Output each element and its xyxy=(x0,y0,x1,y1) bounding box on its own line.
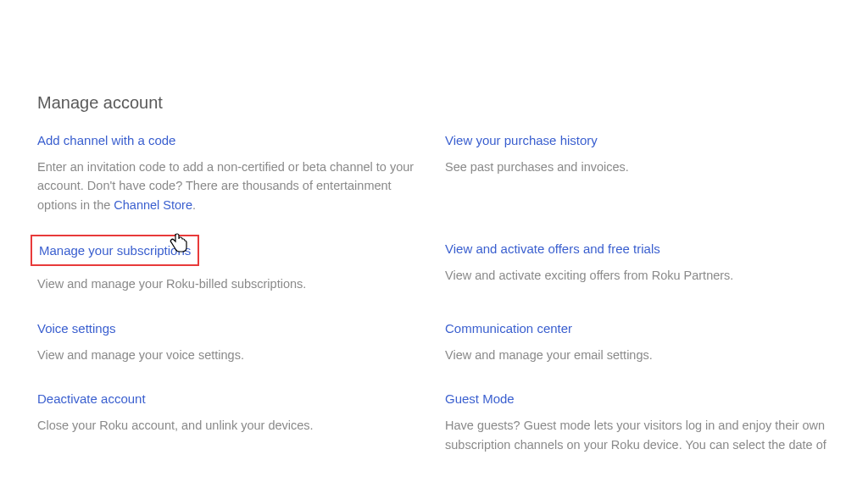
link-communication-center[interactable]: Communication center xyxy=(445,321,572,336)
desc-text-post: . xyxy=(192,198,196,212)
desc-voice-settings: View and manage your voice settings. xyxy=(37,346,423,364)
desc-communication-center: View and manage your email settings. xyxy=(445,346,831,364)
desc-offers: View and activate exciting offers from R… xyxy=(445,266,831,285)
link-channel-store[interactable]: Channel Store xyxy=(114,198,192,212)
manage-account-panel: Manage account Add channel with a code E… xyxy=(0,0,868,454)
desc-guest-mode: Have guests? Guest mode lets your visito… xyxy=(445,416,831,454)
link-manage-subscriptions[interactable]: Manage your subscriptions xyxy=(39,243,191,258)
option-add-channel: Add channel with a code Enter an invitat… xyxy=(37,131,423,214)
option-manage-subscriptions: Manage your subscriptions View and manag… xyxy=(37,240,423,293)
desc-purchase-history: See past purchases and invoices. xyxy=(445,158,831,176)
option-purchase-history: View your purchase history See past purc… xyxy=(445,131,831,214)
options-grid: Add channel with a code Enter an invitat… xyxy=(37,131,831,454)
link-voice-settings[interactable]: Voice settings xyxy=(37,321,116,336)
link-purchase-history[interactable]: View your purchase history xyxy=(445,133,598,147)
option-deactivate-account: Deactivate account Close your Roku accou… xyxy=(37,390,423,454)
option-offers: View and activate offers and free trials… xyxy=(445,240,831,293)
option-voice-settings: Voice settings View and manage your voic… xyxy=(37,319,423,364)
option-guest-mode: Guest Mode Have guests? Guest mode lets … xyxy=(445,390,831,454)
link-deactivate-account[interactable]: Deactivate account xyxy=(37,391,146,406)
link-guest-mode[interactable]: Guest Mode xyxy=(445,391,515,406)
desc-manage-subscriptions: View and manage your Roku-billed subscri… xyxy=(37,274,423,293)
highlight-box: Manage your subscriptions xyxy=(31,235,199,266)
desc-deactivate-account: Close your Roku account, and unlink your… xyxy=(37,416,423,435)
link-offers[interactable]: View and activate offers and free trials xyxy=(445,241,660,256)
desc-text: Enter an invitation code to add a non-ce… xyxy=(37,160,414,212)
desc-add-channel: Enter an invitation code to add a non-ce… xyxy=(37,158,423,214)
link-add-channel[interactable]: Add channel with a code xyxy=(37,133,175,147)
option-communication-center: Communication center View and manage you… xyxy=(445,319,831,364)
page-title: Manage account xyxy=(37,93,831,113)
